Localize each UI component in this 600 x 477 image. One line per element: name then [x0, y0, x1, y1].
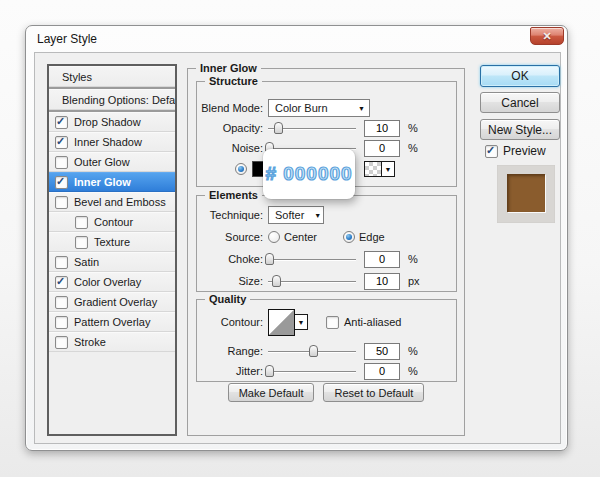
style-item[interactable]: Contour	[49, 212, 175, 232]
style-item[interactable]: Pattern Overlay	[49, 312, 175, 332]
blend-mode-label: Blend Mode:	[201, 102, 263, 114]
new-style-button[interactable]: New Style...	[480, 119, 560, 140]
style-item[interactable]: ✓ Inner Shadow	[49, 132, 175, 152]
preview-layer-swatch	[507, 174, 545, 212]
style-item-checkbox[interactable]: ✓	[55, 136, 68, 149]
default-buttons-row: Make Default Reset to Default	[188, 383, 464, 402]
style-item-label: Gradient Overlay	[74, 296, 157, 308]
jitter-row: Jitter: %	[201, 362, 452, 380]
source-label: Source:	[201, 231, 263, 243]
range-slider[interactable]	[268, 344, 356, 358]
range-unit: %	[408, 345, 418, 357]
preview-checkbox[interactable]: ✓	[485, 145, 498, 158]
style-item-checkbox[interactable]	[75, 216, 88, 229]
style-item-checkbox[interactable]: ✓	[55, 276, 68, 289]
style-item-label: Outer Glow	[74, 156, 130, 168]
choke-input[interactable]	[364, 251, 400, 268]
check-icon: ✓	[56, 275, 65, 288]
opacity-input[interactable]	[364, 120, 400, 137]
choke-slider[interactable]	[268, 252, 356, 266]
make-default-button[interactable]: Make Default	[228, 383, 315, 402]
technique-select[interactable]: Softer ▼	[268, 206, 324, 224]
range-slider-thumb[interactable]	[309, 345, 318, 357]
technique-row: Technique: Softer ▼	[201, 206, 452, 224]
contour-row: Contour: ▼ Anti-aliased	[201, 308, 452, 336]
style-item-label: Color Overlay	[74, 276, 141, 288]
jitter-slider[interactable]	[268, 364, 356, 378]
styles-header-row[interactable]: Styles	[49, 66, 175, 87]
style-item-checkbox[interactable]	[55, 196, 68, 209]
contour-picker-button[interactable]: ▼	[295, 314, 308, 330]
style-item-checkbox[interactable]	[55, 296, 68, 309]
slider-track[interactable]	[268, 281, 356, 282]
preview-thumbnail	[497, 165, 555, 223]
slider-track[interactable]	[268, 259, 356, 260]
ok-button[interactable]: OK	[480, 65, 560, 87]
blending-options-row[interactable]: Blending Options: Default	[49, 89, 175, 110]
dialog-content: Styles Blending Options: Default ✓ Drop …	[34, 52, 561, 444]
panel-title: Inner Glow	[196, 62, 261, 74]
quality-title: Quality	[205, 293, 250, 305]
technique-value: Softer	[275, 209, 304, 221]
preview-label: Preview	[503, 144, 546, 158]
size-slider[interactable]	[268, 274, 356, 288]
preview-option: ✓ Preview	[485, 144, 546, 158]
style-item-checkbox[interactable]	[75, 236, 88, 249]
cancel-button[interactable]: Cancel	[480, 92, 560, 113]
style-item[interactable]: Stroke	[49, 332, 175, 352]
choke-slider-thumb[interactable]	[265, 253, 274, 265]
opacity-row: Opacity: %	[201, 119, 452, 137]
blend-mode-value: Color Burn	[275, 102, 348, 114]
style-item-checkbox[interactable]	[55, 256, 68, 269]
style-item-label: Pattern Overlay	[74, 316, 150, 328]
style-item[interactable]: Texture	[49, 232, 175, 252]
styles-header-label: Styles	[62, 71, 92, 83]
slider-track[interactable]	[268, 371, 356, 372]
style-item-checkbox[interactable]: ✓	[55, 176, 68, 189]
style-item[interactable]: ✓ Inner Glow	[49, 172, 175, 192]
opacity-label: Opacity:	[201, 122, 263, 134]
gradient-swatch[interactable]	[364, 161, 382, 177]
contour-swatch[interactable]	[268, 309, 295, 336]
style-item-label: Stroke	[74, 336, 106, 348]
noise-unit: %	[408, 142, 418, 154]
titlebar[interactable]: Layer Style ✕	[26, 26, 567, 52]
style-item-checkbox[interactable]	[55, 336, 68, 349]
anti-aliased-checkbox[interactable]	[326, 316, 339, 329]
jitter-slider-thumb[interactable]	[265, 365, 274, 377]
blend-mode-select[interactable]: Color Burn ▼	[268, 99, 370, 117]
noise-input[interactable]	[364, 140, 400, 157]
source-edge-radio[interactable]	[343, 231, 355, 243]
check-icon: ✓	[56, 115, 65, 128]
color-hex-value: # 000000	[265, 163, 352, 185]
size-slider-thumb[interactable]	[272, 275, 281, 287]
style-item-label: Inner Shadow	[74, 136, 142, 148]
source-center-radio[interactable]	[268, 231, 280, 243]
chevron-down-icon: ▼	[385, 166, 392, 173]
style-item-checkbox[interactable]	[55, 316, 68, 329]
technique-label: Technique:	[201, 209, 263, 221]
opacity-slider-thumb[interactable]	[274, 122, 283, 134]
close-button[interactable]: ✕	[530, 27, 564, 45]
range-input[interactable]	[364, 343, 400, 360]
style-item[interactable]: ✓ Color Overlay	[49, 272, 175, 292]
jitter-input[interactable]	[364, 363, 400, 380]
jitter-label: Jitter:	[201, 365, 263, 377]
style-item-checkbox[interactable]: ✓	[55, 116, 68, 129]
color-hex-tooltip: # 000000	[263, 149, 355, 199]
window-title: Layer Style	[37, 32, 97, 46]
style-item[interactable]: ✓ Drop Shadow	[49, 112, 175, 132]
style-item[interactable]: Satin	[49, 252, 175, 272]
blending-options-label: Blending Options: Default	[62, 94, 177, 106]
opacity-slider[interactable]	[268, 121, 356, 135]
reset-to-default-button[interactable]: Reset to Default	[323, 383, 424, 402]
style-item[interactable]: Gradient Overlay	[49, 292, 175, 312]
size-input[interactable]	[364, 273, 400, 290]
style-item-label: Texture	[94, 236, 130, 248]
gradient-picker-button[interactable]: ▼	[382, 161, 395, 177]
style-item-checkbox[interactable]	[55, 156, 68, 169]
styles-list: Styles Blending Options: Default ✓ Drop …	[47, 64, 177, 436]
color-radio[interactable]	[235, 163, 247, 175]
style-item[interactable]: Bevel and Emboss	[49, 192, 175, 212]
style-item[interactable]: Outer Glow	[49, 152, 175, 172]
